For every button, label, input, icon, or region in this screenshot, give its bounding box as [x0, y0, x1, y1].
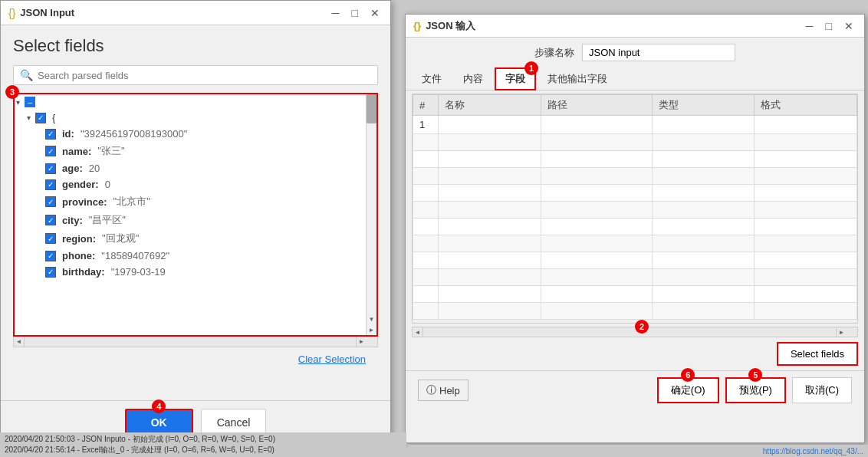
scroll-down-arrow[interactable]: ▼: [367, 314, 376, 324]
annotation-6: 6: [681, 368, 695, 382]
checkbox-age[interactable]: ✓: [45, 163, 56, 174]
annotation-4: 4: [152, 399, 166, 413]
close-button[interactable]: ✕: [367, 5, 383, 21]
tab-file[interactable]: 文件: [412, 67, 452, 90]
table-row: 1: [413, 116, 857, 134]
fields-table: # 名称 路径 类型 格式 1: [413, 94, 857, 320]
checkbox-gender[interactable]: ✓: [45, 179, 56, 190]
table-hscrollbar[interactable]: 2 ◄ ►: [412, 327, 858, 337]
tab-content[interactable]: 内容: [453, 67, 493, 90]
field-phone-val: "18589407692": [101, 250, 169, 261]
left-dialog: {} JSON Input ─ □ ✕ Select fields 🔍 3 ▾: [0, 0, 391, 445]
field-phone-key: phone:: [62, 250, 95, 261]
field-city-key: city:: [62, 215, 83, 226]
field-item-phone[interactable]: ✓ phone: "18589407692": [15, 248, 366, 264]
annotation-2: 2: [635, 320, 649, 334]
clear-selection-container: Clear Selection: [13, 347, 378, 371]
checkbox-root[interactable]: –: [25, 97, 35, 107]
cell-num: 1: [413, 116, 439, 134]
field-list-container[interactable]: ▾ – ▾ ✓ { ✓ id: "392456197008193000": [13, 93, 378, 337]
clear-selection-link[interactable]: Clear Selection: [298, 353, 366, 365]
field-item-name[interactable]: ✓ name: "张三": [15, 142, 366, 160]
field-item-age[interactable]: ✓ age: 20: [15, 160, 366, 176]
fields-table-container[interactable]: # 名称 路径 类型 格式 1: [412, 94, 858, 324]
help-button[interactable]: ⓘ Help: [418, 380, 469, 401]
field-province-key: province:: [62, 196, 107, 208]
right-dialog-title: JSON 输入: [426, 19, 475, 33]
search-input[interactable]: [38, 70, 371, 81]
field-item-gender[interactable]: ✓ gender: 0: [15, 176, 366, 192]
chevron-brace: ▾: [27, 113, 31, 122]
minimize-button[interactable]: ─: [329, 5, 343, 21]
json-icon: {}: [8, 7, 15, 19]
select-fields-button[interactable]: Select fields: [777, 342, 858, 366]
cancel2-button[interactable]: 取消(C): [792, 377, 852, 403]
select-fields-heading: Select fields: [13, 36, 378, 56]
table-row-empty: [413, 151, 857, 168]
table-row-empty: [413, 134, 857, 151]
right-maximize-button[interactable]: □: [823, 18, 835, 34]
col-header-path: 路径: [541, 95, 653, 116]
scroll-up-arrow[interactable]: ►: [367, 324, 376, 335]
field-list-wrapper: 3 ▾ – ▾ ✓ { ✓: [13, 93, 378, 347]
cell-format: [755, 116, 857, 134]
right-json-icon: {}: [413, 20, 421, 31]
field-item-brace[interactable]: ▾ ✓ {: [15, 110, 366, 126]
field-city-val: "昌平区": [89, 213, 126, 227]
checkbox-brace[interactable]: ✓: [35, 113, 46, 123]
cell-path: [541, 116, 653, 134]
cell-name: [439, 116, 541, 134]
hscrollbar[interactable]: ◄ ►: [13, 337, 378, 347]
tab-other-output[interactable]: 其他输出字段: [538, 67, 617, 90]
checkbox-region[interactable]: ✓: [45, 233, 56, 244]
field-brace-label: {: [52, 112, 55, 123]
step-name-row: 步骤名称: [406, 38, 864, 67]
search-bar[interactable]: 🔍: [13, 65, 378, 85]
checkbox-birthday[interactable]: ✓: [45, 267, 56, 278]
hscroll-left[interactable]: ◄: [14, 337, 25, 347]
left-dialog-content: Select fields 🔍 3 ▾ – ▾ ✓: [1, 25, 390, 382]
field-age-key: age:: [62, 163, 83, 174]
field-item-root[interactable]: ▾ –: [15, 94, 366, 110]
col-header-format: 格式: [755, 95, 857, 116]
help-icon: ⓘ: [426, 383, 436, 397]
checkbox-city[interactable]: ✓: [45, 215, 56, 225]
vscrollbar[interactable]: ▼ ►: [366, 94, 376, 335]
field-list-scroll[interactable]: ▾ – ▾ ✓ { ✓ id: "392456197008193000": [15, 94, 376, 335]
col-header-type: 类型: [652, 95, 755, 116]
table-row-empty: [413, 202, 857, 219]
right-minimize-button[interactable]: ─: [803, 18, 817, 34]
field-item-city[interactable]: ✓ city: "昌平区": [15, 211, 366, 229]
step-name-label: 步骤名称: [534, 46, 574, 60]
field-item-birthday[interactable]: ✓ birthday: "1979-03-19: [15, 264, 366, 280]
field-age-val: 20: [89, 163, 100, 174]
checkbox-name[interactable]: ✓: [45, 146, 56, 156]
right-close-button[interactable]: ✕: [841, 18, 856, 34]
field-item-region[interactable]: ✓ region: "回龙观": [15, 229, 366, 248]
step-name-input[interactable]: [582, 44, 735, 61]
checkbox-province[interactable]: ✓: [45, 196, 56, 207]
field-item-province[interactable]: ✓ province: "北京市": [15, 192, 366, 211]
hscroll-right[interactable]: ►: [356, 337, 367, 347]
annotation-5: 5: [748, 368, 762, 382]
table-hscroll-left[interactable]: ◄: [413, 327, 423, 337]
field-region-key: region:: [62, 233, 96, 245]
field-name-val: "张三": [97, 144, 124, 158]
table-hscroll-right[interactable]: ►: [836, 327, 847, 337]
field-birthday-val: "1979-03-19: [111, 266, 166, 278]
field-region-val: "回龙观": [102, 232, 139, 245]
select-fields-row: Select fields: [406, 337, 864, 370]
chevron-root: ▾: [16, 98, 20, 107]
field-birthday-key: birthday:: [62, 266, 105, 278]
maximize-button[interactable]: □: [349, 5, 361, 21]
checkbox-phone[interactable]: ✓: [45, 251, 56, 261]
right-dialog: {} JSON 输入 ─ □ ✕ 步骤名称 1 文件 内容 字段 其他输出字段 …: [405, 14, 865, 443]
status-line-2: 2020/04/20 21:56:14 - Excel输出_0 - 完成处理 (…: [5, 445, 402, 455]
checkbox-id[interactable]: ✓: [45, 129, 56, 140]
status-link: https://blog.csdn.net/qq_43/...: [763, 447, 863, 455]
field-gender-val: 0: [105, 179, 110, 190]
field-item-id[interactable]: ✓ id: "392456197008193000": [15, 126, 366, 142]
help-label: Help: [439, 385, 460, 396]
cell-type: [652, 116, 755, 134]
vscroll-thumb[interactable]: [367, 94, 376, 123]
